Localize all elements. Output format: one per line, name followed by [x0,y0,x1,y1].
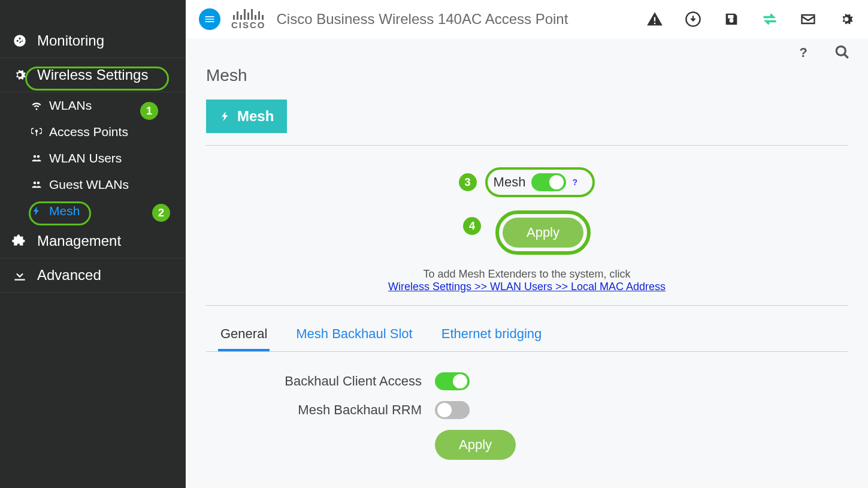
sidebar-sub-label: Access Points [49,125,128,139]
sub-toolbar: ? [186,38,868,66]
label-backhaul-rrm: Mesh Backhaul RRM [206,402,422,418]
toggle-backhaul-rrm[interactable] [435,401,470,419]
row-mesh-backhaul-rrm: Mesh Backhaul RRM [206,401,848,419]
tab-backhaul-slot[interactable]: Mesh Backhaul Slot [294,321,415,351]
topbar: CISCO Cisco Business Wireless 140AC Acce… [186,0,868,38]
logo-text: CISCO [231,20,266,30]
row-backhaul-client-access: Backhaul Client Access [206,372,848,390]
sidebar-item-monitoring[interactable]: Monitoring [0,24,186,58]
sidebar: Monitoring Wireless Settings WLANs 1 Acc… [0,0,186,488]
apply-button-bottom[interactable]: Apply [435,430,516,460]
highlight-ring-2 [29,201,91,225]
warning-icon[interactable] [646,11,663,28]
cisco-logo: CISCO [231,9,266,30]
highlight-ring-4: Apply [495,210,591,255]
step-badge-3: 3 [459,173,477,191]
settings-icon[interactable] [838,11,855,28]
bolt-icon [219,110,231,122]
sidebar-sub-label: WLANs [49,98,92,113]
step-badge-1: 1 [140,102,158,120]
sidebar-item-management[interactable]: Management [0,224,186,258]
search-icon[interactable] [834,44,850,60]
sync-icon[interactable] [761,11,778,28]
mail-icon[interactable] [800,11,816,28]
help-icon[interactable]: ? [795,44,810,60]
tab-ethernet-bridging[interactable]: Ethernet bridging [439,321,545,351]
sidebar-sub-wlans[interactable]: WLANs [0,92,186,119]
hint-link[interactable]: Wireless Settings >> WLAN Users >> Local… [388,281,666,293]
sidebar-sub-label: Guest WLANs [49,177,129,192]
step-badge-4: 4 [463,217,481,235]
mesh-tab-label: Mesh [237,108,274,125]
page-content: Mesh Mesh 3 Mesh ? 4 Apply To add Mesh E… [186,66,868,488]
save-icon[interactable] [723,11,740,28]
svg-point-2 [836,46,845,55]
download-icon [11,267,29,283]
sidebar-label: Management [37,233,121,249]
product-title: Cisco Business Wireless 140AC Access Poi… [277,11,568,28]
page-title: Mesh [206,66,848,85]
divider [206,145,848,146]
menu-toggle-button[interactable] [199,8,220,30]
apply-row-top: 4 Apply [206,197,848,255]
users-icon [31,179,42,190]
antenna-icon [31,126,42,137]
mesh-toggle[interactable] [531,173,566,191]
sidebar-sub-wlan-users[interactable]: WLAN Users [0,145,186,171]
sidebar-label: Advanced [37,267,101,284]
users-icon [31,153,42,164]
dashboard-icon [11,33,29,49]
main-area: CISCO Cisco Business Wireless 140AC Acce… [186,0,868,488]
highlight-ring-3: Mesh ? [485,167,595,197]
puzzle-icon [11,233,29,249]
divider [206,305,848,306]
tab-general[interactable]: General [218,321,270,351]
mesh-tab-button[interactable]: Mesh [206,100,287,133]
sidebar-label: Monitoring [37,32,104,49]
sub-tabs: General Mesh Backhaul Slot Ethernet brid… [206,321,848,352]
hint-text: To add Mesh Extenders to the system, cli… [423,268,630,280]
svg-text:?: ? [800,45,807,60]
download-circle-icon[interactable] [685,11,701,28]
toggle-backhaul-client[interactable] [435,372,470,390]
apply-row-bottom: Apply [206,430,848,460]
help-tooltip-icon[interactable]: ? [572,177,582,187]
sidebar-sub-label: WLAN Users [49,151,122,165]
step-badge-2: 2 [152,204,170,222]
sidebar-sub-guest-wlans[interactable]: Guest WLANs [0,171,186,198]
label-backhaul-client: Backhaul Client Access [206,373,422,389]
mesh-extender-hint: To add Mesh Extenders to the system, cli… [206,268,848,293]
sidebar-item-advanced[interactable]: Advanced [0,258,186,293]
highlight-ring-1 [25,67,169,91]
sidebar-sub-access-points[interactable]: Access Points [0,119,186,145]
apply-button-top[interactable]: Apply [503,218,583,248]
topbar-icons [646,11,855,28]
wifi-icon [31,100,42,111]
mesh-toggle-label: Mesh [494,174,526,190]
mesh-toggle-row: 3 Mesh ? [206,167,848,197]
